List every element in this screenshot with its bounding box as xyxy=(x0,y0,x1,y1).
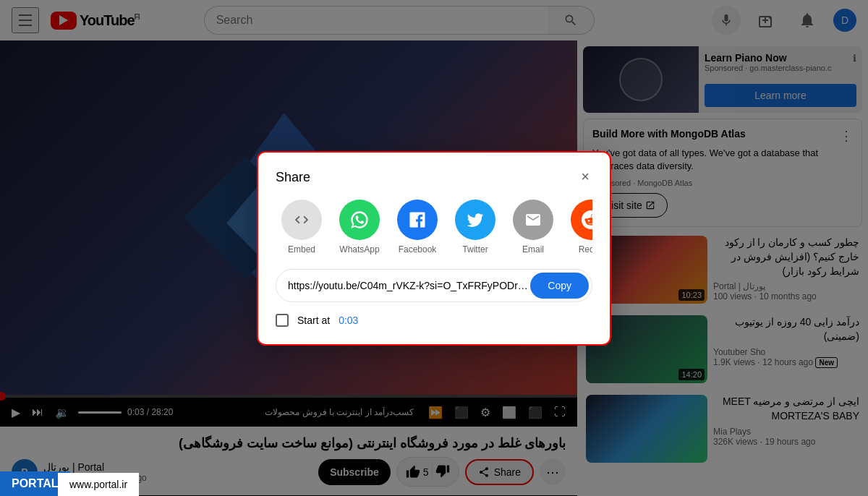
modal-overlay[interactable]: Share × Embed WhatsApp Facebook xyxy=(0,0,868,496)
share-item-embed[interactable]: Embed xyxy=(276,200,328,255)
reddit-circle xyxy=(571,200,592,240)
portal-url: www.portal.ir xyxy=(58,473,139,496)
embed-label: Embed xyxy=(288,244,315,255)
share-item-whatsapp[interactable]: WhatsApp xyxy=(333,200,386,255)
email-label: Email xyxy=(522,244,544,255)
embed-icon xyxy=(294,212,310,228)
share-icons-row: Embed WhatsApp Facebook Twitter xyxy=(276,200,592,255)
email-circle xyxy=(513,200,553,240)
whatsapp-circle xyxy=(339,200,380,240)
start-at-row: Start at 0:03 xyxy=(276,314,592,327)
reddit-icon xyxy=(582,210,592,229)
reddit-label: Reddit xyxy=(579,244,592,255)
twitter-label: Twitter xyxy=(462,244,488,255)
facebook-label: Facebook xyxy=(399,244,437,255)
embed-circle xyxy=(281,200,322,240)
share-item-email[interactable]: Email xyxy=(507,200,559,255)
share-modal: Share × Embed WhatsApp Facebook xyxy=(257,151,611,346)
share-url: https://youtu.be/C04m_rVKZ-k?si=O_TxFRFy… xyxy=(288,280,530,291)
start-at-checkbox[interactable] xyxy=(276,314,289,327)
copy-button[interactable]: Copy xyxy=(530,273,589,299)
start-at-label: Start at xyxy=(297,315,330,326)
whatsapp-label: WhatsApp xyxy=(339,244,379,255)
start-at-time[interactable]: 0:03 xyxy=(339,315,358,326)
share-item-twitter[interactable]: Twitter xyxy=(449,200,501,255)
email-icon xyxy=(524,211,542,228)
twitter-circle xyxy=(455,200,495,240)
share-item-facebook[interactable]: Facebook xyxy=(391,200,443,255)
modal-title: Share xyxy=(276,170,592,185)
url-row: https://youtu.be/C04m_rVKZ-k?si=O_TxFRFy… xyxy=(276,269,592,302)
twitter-icon xyxy=(466,210,485,229)
modal-close-button[interactable]: × xyxy=(572,164,598,190)
whatsapp-icon xyxy=(349,210,370,230)
facebook-icon xyxy=(407,210,427,230)
share-item-reddit[interactable]: Reddit xyxy=(565,200,592,255)
facebook-circle xyxy=(397,200,438,240)
